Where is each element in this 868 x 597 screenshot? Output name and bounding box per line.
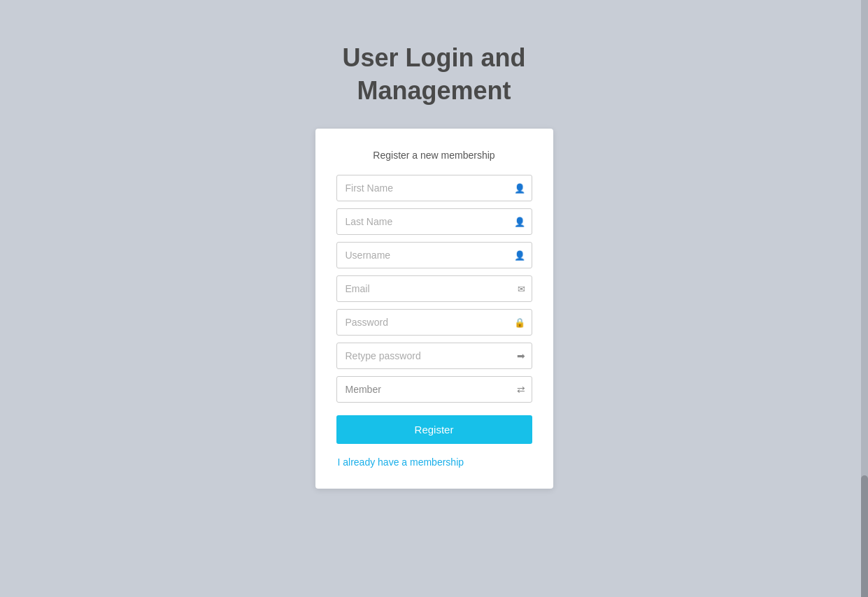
username-wrapper	[336, 242, 532, 268]
login-link[interactable]: I already have a membership	[336, 456, 532, 468]
username-input[interactable]	[336, 242, 532, 268]
role-select[interactable]: Member Admin Moderator	[336, 376, 532, 403]
password-wrapper	[336, 309, 532, 336]
email-wrapper	[336, 275, 532, 302]
retype-password-wrapper	[336, 343, 532, 369]
first-name-input[interactable]	[336, 175, 532, 201]
register-button[interactable]: Register	[336, 415, 532, 444]
last-name-input[interactable]	[336, 208, 532, 235]
password-input[interactable]	[336, 309, 532, 336]
scrollbar-thumb[interactable]	[861, 475, 868, 597]
form-subtitle: Register a new membership	[336, 150, 532, 161]
scrollbar[interactable]	[861, 0, 868, 597]
first-name-wrapper	[336, 175, 532, 201]
email-input[interactable]	[336, 275, 532, 302]
last-name-wrapper	[336, 208, 532, 235]
retype-password-input[interactable]	[336, 343, 532, 369]
registration-form-card: Register a new membership Member Admin M…	[315, 129, 553, 489]
page-title: User Login and Management	[342, 42, 525, 108]
role-wrapper: Member Admin Moderator	[336, 376, 532, 403]
